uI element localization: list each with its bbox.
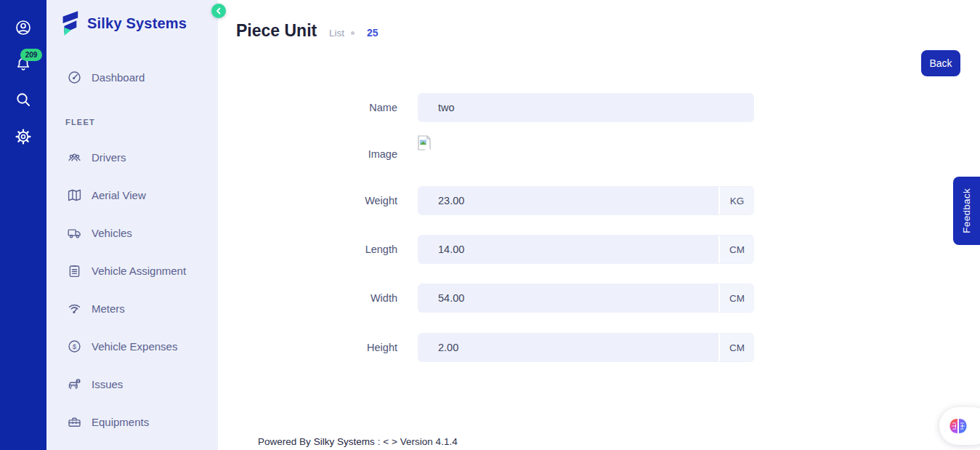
field-label: Width [218, 292, 418, 304]
car-alert-icon [67, 377, 82, 392]
brand-title: Silky Systems [87, 15, 187, 32]
length-unit-suffix: CM [718, 236, 754, 263]
brand-header[interactable]: Silky Systems [46, 0, 218, 36]
dashboard-gauge-icon [67, 70, 82, 85]
weight-input[interactable] [418, 186, 754, 215]
breadcrumb-count: 25 [367, 27, 378, 39]
length-input[interactable] [418, 235, 754, 264]
brand-logo-icon [58, 9, 80, 37]
sidebar-item-aerial-view[interactable]: Aerial View [46, 176, 218, 214]
sidebar-item-label: Vehicle Expenses [92, 340, 177, 353]
sidebar-item-label: Equipments [92, 416, 149, 428]
name-input[interactable] [418, 93, 754, 122]
width-input[interactable] [418, 284, 754, 313]
form-row-height: Height CM [218, 333, 774, 362]
clipboard-icon [67, 263, 82, 278]
page-title: Piece Unit [236, 21, 317, 41]
assistant-fab[interactable] [939, 407, 980, 445]
sidebar-item-label: Vehicle Assignment [92, 265, 186, 277]
broken-image-icon [418, 135, 431, 150]
footer-version: Version 4.1.4 [400, 436, 458, 447]
width-unit-suffix: CM [718, 284, 754, 312]
form-row-name: Name [218, 93, 774, 122]
sidebar-item-label: Vehicles [92, 227, 132, 239]
sidebar-item-label: Dashboard [92, 71, 145, 84]
sidebar-section-fleet: FLEET [46, 106, 218, 138]
drivers-group-icon [67, 150, 82, 165]
form-row-weight: Weight KG [218, 186, 774, 215]
account-icon[interactable] [15, 19, 32, 36]
weight-unit-suffix: KG [718, 187, 754, 214]
field-label: Length [218, 244, 418, 255]
height-input[interactable] [418, 333, 754, 362]
search-icon[interactable] [15, 91, 32, 108]
settings-gear-icon[interactable] [15, 128, 32, 145]
sidebar-item-label: Issues [92, 378, 123, 390]
dollar-circle-icon: $ [67, 339, 82, 354]
sidebar-item-vehicle-expenses[interactable]: $ Vehicle Expenses [46, 327, 218, 365]
sidebar-item-equipments[interactable]: Equipments [46, 403, 218, 441]
sidebar-item-vehicle-assignment[interactable]: Vehicle Assignment [46, 252, 218, 289]
sidebar-item-dashboard[interactable]: Dashboard [46, 58, 218, 96]
form-row-length: Length CM [218, 235, 774, 264]
icon-rail: 209 [0, 0, 46, 450]
footer-powered-by: Powered By [258, 436, 311, 447]
footer-separator: : < > [378, 436, 397, 447]
sidebar-item-meters[interactable]: Meters [46, 289, 218, 327]
field-label: Name [218, 102, 418, 113]
footer: Powered By Silky Systems : < > Version 4… [258, 436, 458, 447]
sidebar-collapse-button[interactable] [211, 4, 226, 18]
main-content: Piece Unit List 25 Back Name Image Weigh… [218, 0, 980, 450]
sidebar-item-drivers[interactable]: Drivers [46, 138, 218, 176]
breadcrumb-list[interactable]: List [329, 28, 344, 39]
footer-brand-link[interactable]: Silky Systems [314, 436, 375, 447]
height-unit-suffix: CM [718, 334, 754, 361]
sidebar: Silky Systems Dashboard FLEET Drivers Ae… [46, 0, 218, 450]
sidebar-item-label: Aerial View [92, 189, 146, 201]
brain-icon [947, 417, 969, 435]
map-icon [67, 188, 82, 203]
sidebar-item-issues[interactable]: Issues [46, 365, 218, 403]
form-row-image: Image [218, 140, 774, 169]
truck-icon [67, 225, 82, 241]
field-label: Height [218, 342, 418, 353]
back-button[interactable]: Back [921, 50, 960, 76]
field-label: Weight [218, 195, 418, 206]
form-row-width: Width CM [218, 284, 774, 313]
meter-signal-icon [67, 301, 82, 316]
breadcrumb-dot [351, 31, 355, 35]
sidebar-item-vehicles[interactable]: Vehicles [46, 214, 218, 252]
sidebar-item-label: Meters [92, 302, 125, 315]
breadcrumb: List 25 [329, 27, 378, 39]
feedback-label: Feedback [961, 188, 972, 233]
notification-count-badge[interactable]: 209 [20, 49, 42, 61]
chevron-left-icon [215, 7, 222, 15]
svg-text:$: $ [73, 342, 77, 350]
sidebar-item-label: Drivers [92, 151, 126, 164]
field-label: Image [218, 148, 418, 160]
feedback-tab[interactable]: Feedback [953, 177, 980, 245]
sidebar-nav: Dashboard FLEET Drivers Aerial View Vehi… [46, 58, 218, 441]
toolbox-icon [67, 414, 82, 430]
